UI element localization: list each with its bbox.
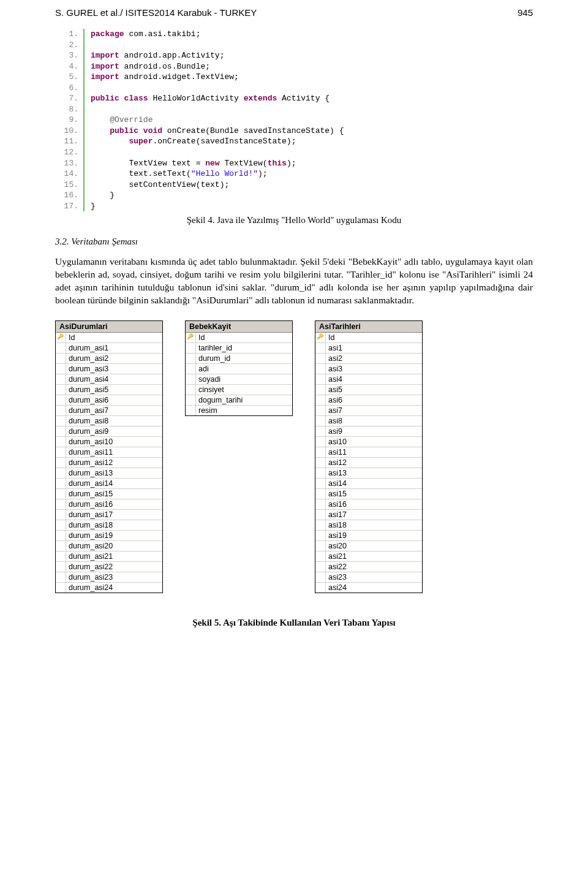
code-line: 2.	[55, 40, 533, 51]
field-name: asi9	[326, 426, 387, 436]
field-name: durum_asi16	[66, 499, 127, 509]
table-row: durum_asi12	[56, 458, 162, 468]
primary-key-icon	[56, 333, 66, 343]
code-line: 12.	[55, 147, 533, 158]
line-number: 8.	[55, 104, 83, 115]
key-cell	[56, 468, 66, 478]
table-row: asi22	[315, 562, 422, 572]
key-cell	[315, 541, 326, 551]
key-cell	[315, 364, 326, 374]
primary-key-icon	[315, 333, 326, 343]
code-line: 3.import android.app.Activity;	[55, 50, 533, 61]
code-text: import android.os.Bundle;	[91, 61, 210, 72]
line-number: 2.	[55, 40, 83, 51]
field-name: durum_asi7	[66, 406, 127, 415]
field-name: asi17	[326, 510, 387, 520]
table-row: durum_asi6	[56, 395, 162, 406]
table-row: asi2	[315, 354, 422, 364]
line-number: 6.	[55, 83, 83, 94]
key-cell	[56, 562, 66, 572]
line-number: 11.	[55, 136, 83, 147]
key-cell	[56, 583, 66, 593]
field-name: asi14	[326, 479, 387, 488]
line-number: 14.	[55, 169, 83, 180]
table-row: adi	[186, 364, 292, 374]
field-name: durum_id	[196, 354, 257, 363]
field-name: asi13	[326, 468, 387, 478]
table-row: asi8	[315, 416, 422, 426]
key-cell	[56, 437, 66, 447]
fold-line	[83, 180, 85, 191]
field-name: Id	[326, 333, 387, 343]
key-cell	[315, 562, 326, 572]
code-text: }	[91, 190, 115, 201]
code-text	[91, 40, 96, 51]
key-cell	[56, 426, 66, 436]
table-row: durum_asi16	[56, 499, 162, 510]
field-name: asi12	[326, 458, 387, 468]
table-title: AsiDurumlari	[56, 321, 162, 333]
table-title: BebekKayit	[186, 321, 292, 333]
field-name: durum_asi15	[66, 489, 127, 499]
key-cell	[56, 458, 66, 468]
table-row: asi1	[315, 343, 422, 354]
table-row: durum_asi1	[56, 343, 162, 354]
header-page-number: 945	[518, 7, 533, 18]
table-row: durum_asi18	[56, 520, 162, 531]
line-number: 17.	[55, 201, 83, 212]
field-name: asi5	[326, 385, 387, 395]
table-row: durum_asi5	[56, 385, 162, 395]
key-cell	[186, 385, 196, 395]
key-cell	[186, 343, 196, 353]
field-name: durum_asi18	[66, 520, 127, 530]
field-name: asi11	[326, 447, 387, 457]
section-heading-text: 3.2. Veritabanı Şeması	[55, 237, 138, 246]
table-row: cinsiyet	[186, 385, 292, 395]
fold-line	[83, 169, 85, 180]
table-row: soyadi	[186, 374, 292, 385]
code-text	[91, 104, 96, 115]
key-cell	[56, 520, 66, 530]
key-cell	[315, 499, 326, 509]
key-cell	[315, 426, 326, 436]
code-text: text.setText("Hello World!");	[91, 169, 268, 180]
key-cell	[56, 572, 66, 582]
code-line: 15. setContentView(text);	[55, 180, 533, 191]
table-row: durum_asi8	[56, 416, 162, 426]
table-body: Idasi1asi2asi3asi4asi5asi6asi7asi8asi9as…	[315, 333, 422, 593]
field-name: Id	[66, 333, 127, 343]
table-row: durum_asi22	[56, 562, 162, 572]
line-number: 10.	[55, 126, 83, 137]
table-row: durum_asi24	[56, 583, 162, 593]
code-line: 8.	[55, 104, 533, 115]
table-body: Idtarihler_iddurum_idadisoyadicinsiyetdo…	[186, 333, 292, 415]
key-cell	[315, 406, 326, 415]
key-cell	[56, 406, 66, 415]
line-number: 12.	[55, 147, 83, 158]
table-row: asi20	[315, 541, 422, 551]
fold-line	[83, 50, 85, 61]
key-cell	[56, 447, 66, 457]
key-cell	[56, 551, 66, 561]
code-text: import android.app.Activity;	[91, 50, 224, 61]
field-name: durum_asi9	[66, 426, 127, 436]
code-line: 9. @Override	[55, 115, 533, 126]
field-name: asi7	[326, 406, 387, 415]
field-name: durum_asi8	[66, 416, 127, 426]
db-schema-diagram: AsiDurumlari Iddurum_asi1durum_asi2durum…	[55, 320, 588, 593]
field-name: asi6	[326, 395, 387, 405]
field-name: durum_asi11	[66, 447, 127, 457]
field-name: asi4	[326, 374, 387, 384]
code-text: import android.widget.TextView;	[91, 72, 239, 83]
table-row: asi17	[315, 510, 422, 520]
table-title: AsiTarihleri	[315, 321, 422, 333]
key-cell	[56, 395, 66, 405]
field-name: asi1	[326, 343, 387, 353]
key-cell	[315, 343, 326, 353]
table-row: asi5	[315, 385, 422, 395]
key-cell	[56, 489, 66, 499]
fold-line	[83, 104, 85, 115]
field-name: durum_asi12	[66, 458, 127, 468]
key-cell	[56, 343, 66, 353]
field-name: asi24	[326, 583, 387, 593]
